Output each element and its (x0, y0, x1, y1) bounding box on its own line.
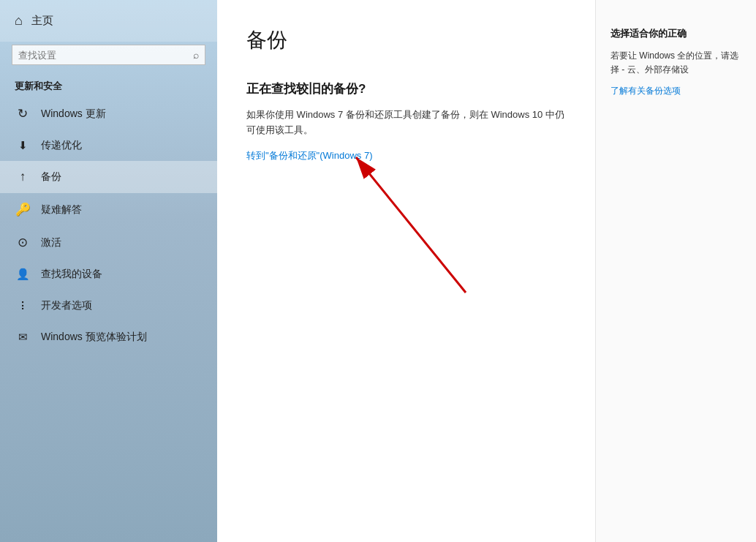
delivery-optimization-label: 传递优化 (41, 139, 82, 152)
sidebar-item-delivery-optimization[interactable]: ⬇ 传递优化 (0, 130, 217, 161)
insider-icon: ✉ (15, 331, 31, 344)
sidebar-item-find-device[interactable]: 👤 查找我的设备 (0, 259, 217, 290)
main-center: 备份 正在查找较旧的备份? 如果你使用 Windows 7 备份和还原工具创建了… (217, 0, 595, 542)
backup-label: 备份 (41, 170, 61, 184)
home-icon: ⌂ (15, 13, 23, 29)
section-title: 正在查找较旧的备份? (246, 80, 566, 97)
sidebar-item-insider[interactable]: ✉ Windows 预览体验计划 (0, 322, 217, 353)
sidebar-item-developer[interactable]: ⫶ 开发者选项 (0, 290, 217, 322)
developer-icon: ⫶ (15, 298, 31, 313)
sidebar: ⌂ 主页 ⌕ 更新和安全 ↻ Windows 更新 ⬇ 传递优化 ↑ 备份 🔑 … (0, 0, 217, 542)
sidebar-item-windows-update[interactable]: ↻ Windows 更新 (0, 97, 217, 130)
backup-icon: ↑ (15, 170, 31, 184)
search-box[interactable]: ⌕ (12, 45, 205, 65)
sidebar-home-label: 主页 (31, 14, 53, 28)
description-text: 如果你使用 Windows 7 备份和还原工具创建了备份，则在 Windows … (246, 108, 566, 138)
right-panel: 选择适合你的正确 若要让 Windows 全的位置，请选择 - 云、外部存储设 … (595, 0, 756, 542)
search-icon[interactable]: ⌕ (193, 49, 199, 61)
activation-label: 激活 (41, 236, 61, 249)
main-content: 备份 正在查找较旧的备份? 如果你使用 Windows 7 备份和还原工具创建了… (217, 0, 756, 542)
right-panel-text: 若要让 Windows 全的位置，请选择 - 云、外部存储设 (611, 49, 741, 77)
page-title: 备份 (246, 26, 566, 54)
windows-update-icon: ↻ (15, 106, 31, 121)
sidebar-home-button[interactable]: ⌂ 主页 (0, 0, 217, 42)
find-device-label: 查找我的设备 (41, 268, 102, 281)
sidebar-item-troubleshoot[interactable]: 🔑 疑难解答 (0, 193, 217, 226)
troubleshoot-icon: 🔑 (15, 202, 31, 217)
delivery-optimization-icon: ⬇ (15, 139, 31, 152)
svg-line-1 (356, 157, 466, 293)
search-input[interactable] (18, 50, 193, 61)
troubleshoot-label: 疑难解答 (41, 203, 82, 217)
windows-update-label: Windows 更新 (41, 108, 106, 121)
sidebar-item-activation[interactable]: ⊙ 激活 (0, 226, 217, 259)
activation-icon: ⊙ (15, 235, 31, 250)
developer-label: 开发者选项 (41, 299, 92, 312)
section-header: 更新和安全 (0, 74, 217, 97)
backup-restore-link[interactable]: 转到"备份和还原"(Windows 7) (246, 150, 372, 161)
sidebar-item-backup[interactable]: ↑ 备份 (0, 161, 217, 193)
insider-label: Windows 预览体验计划 (41, 331, 147, 344)
find-device-icon: 👤 (15, 268, 31, 281)
right-panel-link[interactable]: 了解有关备份选项 (611, 86, 681, 96)
right-panel-title: 选择适合你的正确 (611, 26, 741, 42)
